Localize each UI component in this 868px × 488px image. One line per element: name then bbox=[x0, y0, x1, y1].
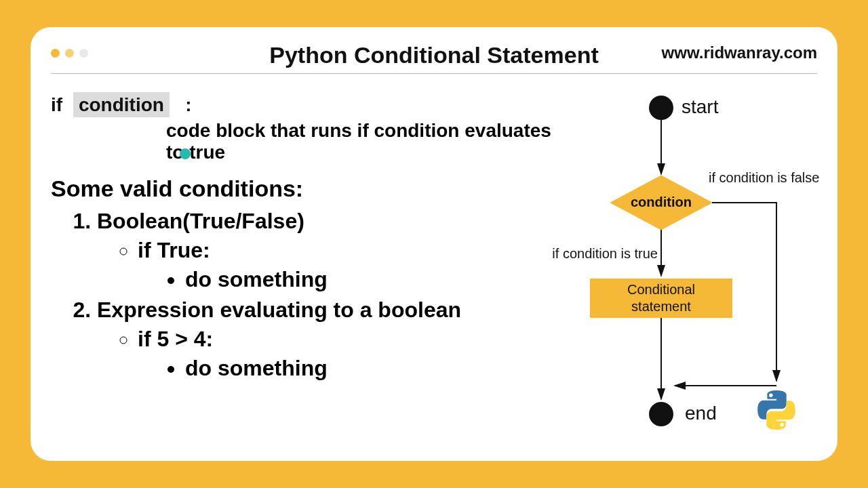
start-node bbox=[649, 96, 673, 120]
dot-3 bbox=[79, 49, 88, 58]
item1-sub: if True: bbox=[138, 238, 566, 263]
slide-card: Python Conditional Statement www.ridwanr… bbox=[31, 27, 837, 461]
python-icon bbox=[756, 390, 797, 430]
conditions-list: Boolean(True/False) if True: do somethin… bbox=[51, 209, 566, 381]
condition-placeholder: condition bbox=[73, 92, 170, 117]
window-dots bbox=[51, 49, 88, 58]
titlebar: Python Conditional Statement www.ridwanr… bbox=[51, 43, 817, 74]
end-label: end bbox=[685, 403, 717, 424]
true-label: if condition is true bbox=[552, 246, 658, 261]
sublist: if True: bbox=[97, 238, 566, 263]
code-block-text: code block that runs if condition evalua… bbox=[166, 120, 566, 163]
cursor-icon bbox=[180, 148, 191, 159]
item2-inner: do something bbox=[185, 356, 566, 381]
item2-title: Expression evaluating to a boolean bbox=[97, 298, 461, 322]
item1-inner: do something bbox=[185, 267, 566, 292]
sublist: if 5 > 4: bbox=[97, 327, 566, 352]
subtitle: Some valid conditions: bbox=[51, 176, 566, 202]
condition-label: condition bbox=[631, 195, 692, 209]
box-line2: statement bbox=[631, 299, 691, 314]
list-item: Boolean(True/False) if True: do somethin… bbox=[97, 209, 566, 292]
sublist-inner: do something bbox=[97, 267, 566, 292]
start-label: start bbox=[682, 96, 719, 117]
content-area: if condition : code block that runs if c… bbox=[51, 74, 817, 444]
page-title: Python Conditional Statement bbox=[269, 42, 598, 68]
false-label: if condition is false bbox=[709, 170, 819, 185]
item2-sub: if 5 > 4: bbox=[138, 327, 566, 352]
list-item: Expression evaluating to a boolean if 5 … bbox=[97, 298, 566, 381]
syntax-line: if condition : bbox=[51, 94, 566, 116]
dot-2 bbox=[65, 49, 74, 58]
dot-1 bbox=[51, 49, 60, 58]
sublist-inner: do something bbox=[97, 356, 566, 381]
text-column: if condition : code block that runs if c… bbox=[51, 94, 566, 386]
box-line1: Conditional bbox=[627, 282, 695, 297]
if-keyword: if bbox=[51, 94, 62, 115]
colon: : bbox=[175, 94, 192, 115]
item1-title: Boolean(True/False) bbox=[97, 209, 304, 233]
site-url: www.ridwanray.com bbox=[662, 43, 817, 62]
end-node bbox=[649, 402, 673, 426]
